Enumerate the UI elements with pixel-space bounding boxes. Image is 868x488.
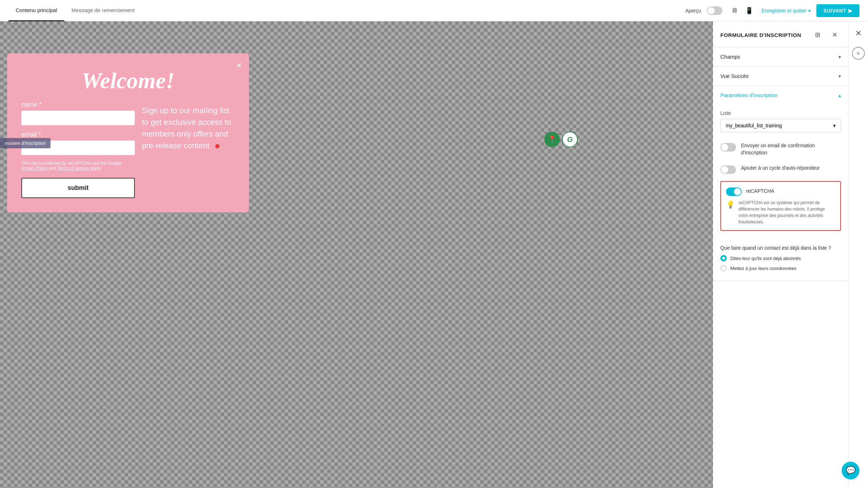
tab-contenu-principal[interactable]: Contenu principal — [9, 0, 64, 21]
panel-title: FORMULAIRE D'INSCRIPTION — [720, 32, 801, 38]
radio-update-label: Mettez à jour leurs coordonnées — [730, 266, 796, 271]
canvas-area: mulaire d'inscription 📍 G × Welcome! nam… — [0, 21, 713, 488]
accordion-champs-header[interactable]: Champs ▾ — [713, 47, 848, 66]
panel-header-icons: ⊞ ✕ — [811, 28, 841, 41]
form-sidebar-tag: mulaire d'inscription — [0, 138, 51, 148]
contact-section: Que faire quand un contact est déjà dans… — [713, 239, 848, 281]
recaptcha-box: reCAPTCHA 💡 reCAPTCHA est un système qui… — [720, 181, 841, 231]
next-button[interactable]: SUIVANT ▶ — [816, 4, 859, 17]
recaptcha-legal-text: This site is protected by reCAPTCHA and … — [21, 161, 135, 171]
apercu-label: Aperçu — [685, 8, 701, 14]
chat-fab-button[interactable]: 💬 — [842, 462, 859, 479]
popup-title: Welcome! — [21, 68, 235, 94]
close-right-icon[interactable]: ✕ — [852, 27, 865, 40]
name-label: name * — [21, 101, 135, 108]
agent-icon-1: 📍 — [544, 132, 560, 147]
liste-select[interactable]: my_beautiful_list_training ▾ — [720, 119, 841, 132]
accordion-parametres-header[interactable]: Paramètres d'inscription ▴ — [713, 86, 848, 105]
apercu-toggle-knob — [708, 7, 715, 14]
auto-responder-toggle[interactable] — [720, 165, 736, 174]
recaptcha-label: reCAPTCHA — [746, 188, 774, 195]
popup-form-left: name * email * This site is protected by… — [21, 101, 135, 198]
privacy-policy-link[interactable]: Privacy Policy — [21, 166, 49, 171]
mobile-icon[interactable]: 📱 — [742, 5, 756, 17]
accordion-vue-succes: Vue Succès ▾ — [713, 67, 848, 86]
top-right-controls: Aperçu 🖥 📱 Enregistrer et quitter ▾ SUIV… — [685, 4, 859, 17]
popup-content: name * email * This site is protected by… — [21, 101, 235, 198]
radio-already-label: Dites-leur qu'ils sont déjà abonnés — [730, 256, 801, 261]
parametres-content: Liste my_beautiful_list_training ▾ — [713, 105, 848, 138]
name-input[interactable] — [21, 111, 135, 125]
liste-label: Liste — [720, 110, 841, 116]
close-panel-button[interactable]: ✕ — [828, 28, 841, 41]
agent-icon-2: G — [562, 132, 578, 147]
popup-close-button[interactable]: × — [236, 60, 242, 70]
desktop-icon[interactable]: 🖥 — [728, 5, 740, 16]
accordion-champs-title: Champs — [720, 54, 740, 60]
pin-icon[interactable]: ⊞ — [811, 28, 824, 41]
accordion-champs: Champs ▾ — [713, 47, 848, 67]
radio-already[interactable]: Dites-leur qu'ils sont déjà abonnés — [720, 255, 841, 261]
radio-already-circle[interactable] — [720, 255, 727, 261]
preview-icons: 🖥 📱 — [728, 5, 756, 17]
chevron-up-parametres: ▴ — [838, 92, 841, 98]
chevron-down-vue-succes: ▾ — [838, 73, 841, 79]
email-confirm-label: Envoyer un email de confirmation d'inscr… — [741, 142, 841, 156]
tab-message-remerciement[interactable]: Message de remerciement — [64, 0, 142, 21]
popup-form: × Welcome! name * email * This site is p… — [7, 53, 249, 212]
accordion-parametres-title: Paramètres d'inscription — [720, 92, 777, 98]
recaptcha-description: reCAPTCHA est un système qui permet de d… — [739, 200, 835, 225]
submit-button[interactable]: submit — [21, 178, 135, 198]
chevron-down-liste: ▾ — [833, 123, 836, 128]
chevron-down-champs: ▾ — [838, 54, 841, 60]
agent-icons: 📍 G — [544, 132, 578, 147]
recaptcha-toggle[interactable] — [726, 187, 742, 196]
email-confirm-row: Envoyer un email de confirmation d'inscr… — [713, 138, 848, 239]
contact-question: Que faire quand un contact est déjà dans… — [720, 245, 841, 251]
apercu-toggle[interactable] — [707, 6, 723, 15]
icons-bar: ✕ + — [848, 21, 868, 488]
save-quit-button[interactable]: Enregistrer et quitter ▾ — [762, 8, 811, 14]
red-dot-icon — [215, 144, 219, 148]
email-label: email * — [21, 131, 135, 138]
accordion-vue-succes-title: Vue Succès — [720, 73, 749, 79]
tabs: Contenu principal Message de remerciemen… — [9, 0, 685, 21]
top-bar: Contenu principal Message de remerciemen… — [0, 0, 868, 21]
panel-header: FORMULAIRE D'INSCRIPTION ⊞ ✕ — [713, 21, 848, 47]
radio-update[interactable]: Mettez à jour leurs coordonnées — [720, 265, 841, 271]
arrow-right-icon: ▶ — [848, 8, 853, 14]
accordion-vue-succes-header[interactable]: Vue Succès ▾ — [713, 67, 848, 85]
main-layout: mulaire d'inscription 📍 G × Welcome! nam… — [0, 21, 868, 488]
add-button[interactable]: + — [852, 47, 865, 60]
chevron-down-icon: ▾ — [808, 8, 811, 14]
right-panel: FORMULAIRE D'INSCRIPTION ⊞ ✕ Champs ▾ Vu… — [713, 21, 848, 488]
tos-link[interactable]: Terms of Service — [57, 166, 90, 171]
email-confirm-toggle[interactable] — [720, 143, 736, 152]
popup-signup-text: Sign up to our mailing list to get exclu… — [142, 101, 235, 198]
bulb-icon: 💡 — [726, 200, 735, 209]
radio-update-circle[interactable] — [720, 265, 727, 271]
accordion-parametres: Paramètres d'inscription ▴ Liste my_beau… — [713, 86, 848, 281]
auto-responder-label: Ajouter à un cycle d'auto-répondeur — [741, 165, 820, 172]
